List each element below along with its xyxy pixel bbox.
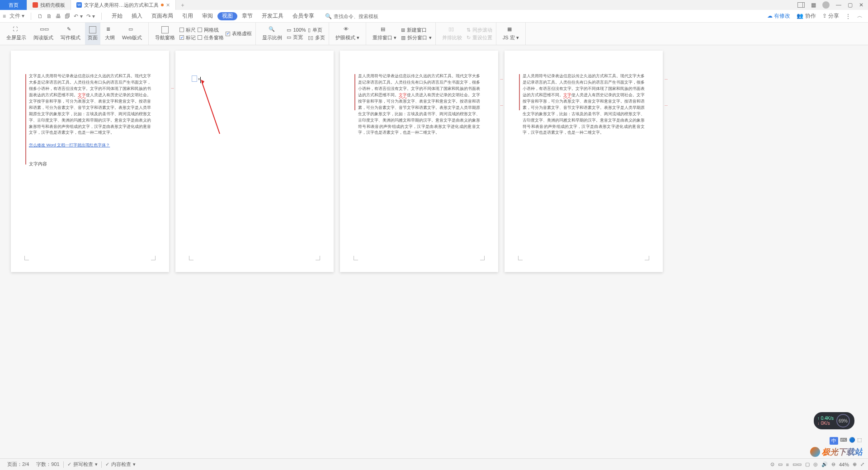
chk-mark[interactable]: ✔标记 [179, 34, 196, 41]
write-mode-button[interactable]: ✎写作模式 [58, 23, 83, 45]
fullscreen-button[interactable]: ⛶全屏显示 [4, 23, 29, 45]
zoom-value[interactable]: 44% [839, 462, 849, 467]
close-window-button[interactable]: ✕ [859, 2, 863, 8]
chk-tablebox[interactable]: ✔表格虚框 [226, 30, 252, 37]
navpane-icon [161, 26, 169, 33]
page1-label[interactable]: 文字内容 [29, 161, 151, 167]
maximize-button[interactable]: ▢ [848, 2, 853, 8]
print-preview-icon[interactable]: 🗐 [65, 13, 70, 19]
single-page-button[interactable]: ▯单页 [308, 27, 325, 33]
target-icon[interactable]: ◎ [813, 461, 818, 467]
ime-icon2[interactable]: 🔵 [849, 437, 855, 445]
page-2[interactable]: ▾ [175, 51, 334, 272]
chevron-up-icon[interactable]: ︿ [857, 12, 863, 20]
chk-grid[interactable]: 网格线 [198, 27, 224, 33]
view-focus-icon[interactable]: ⊙ [770, 461, 774, 467]
view-read-icon[interactable]: ▭▭ [793, 461, 802, 467]
chk-ruler[interactable]: 标尺 [179, 27, 196, 33]
ime-tray[interactable]: 中 ⌨ 🔵 ⬚ [830, 437, 862, 445]
menu-chapter[interactable]: 章节 [237, 10, 257, 22]
collab-button[interactable]: 👥 协作 [797, 12, 816, 20]
page1-paragraph[interactable]: 文字是人类用符号记录表达信息以传之久远的方式和工具。现代文字大多是记录语言的工具… [29, 73, 151, 136]
status-page[interactable]: 页面：2/4 [4, 461, 33, 468]
page-layout-button[interactable]: 页面 [85, 23, 100, 45]
zoom-100-button[interactable]: ▭100% [287, 27, 306, 33]
outline-button[interactable]: ≣大纲 [102, 23, 118, 45]
corner-icon [480, 256, 485, 260]
page-3[interactable]: 是人类用符号记录表达信息以传之久远的方式和工具。现代文字大多是记录语言的工具。人… [340, 51, 498, 272]
js-macro-button[interactable]: ▦JS 宏 ▾ [500, 23, 522, 45]
menu-insert[interactable]: 插入 [127, 10, 147, 22]
view-web-icon[interactable]: ▢ [805, 461, 810, 467]
ime-icon3[interactable]: ⬚ [857, 437, 862, 445]
add-tab-button[interactable]: ＋ [176, 0, 189, 10]
share-button[interactable]: ⇪ 分享 [822, 12, 839, 20]
corner-icon [189, 256, 193, 260]
file-menu[interactable]: 文件 ▾ [9, 12, 24, 20]
ime-icon[interactable]: ⌨ [840, 437, 847, 445]
redo-button[interactable]: ↷ ▾ [86, 13, 95, 19]
menu-member[interactable]: 会员专享 [288, 10, 319, 22]
chk-taskpane[interactable]: 任务窗格 [198, 34, 224, 41]
command-search[interactable]: 🔍 [325, 13, 388, 19]
new-window-button[interactable]: ⊞新建窗口 [401, 27, 432, 33]
page-4[interactable]: 是人类用符号记录表达信息以传之久远的方式和工具。现代文字大多是记录语言的工具。人… [505, 51, 663, 272]
view-outline-icon[interactable]: ≡ [786, 462, 789, 467]
print-icon[interactable]: 🖶 [56, 13, 61, 19]
page-width-button[interactable]: ▭页宽 [287, 34, 306, 41]
menu-view[interactable]: 视图 [217, 12, 237, 20]
ime-lang-badge[interactable]: 中 [830, 437, 838, 445]
zoom-out-button[interactable]: ⊖ [831, 461, 835, 467]
rearrange-button[interactable]: ▤重排窗口 ▾ [370, 23, 399, 45]
menu-reference[interactable]: 引用 [178, 10, 198, 22]
tab-document[interactable]: W 文字是人类用符…远的方式和工具 ✕ [71, 0, 176, 10]
tab-template[interactable]: 找稻壳模板 [27, 0, 71, 10]
template-icon [33, 2, 38, 8]
status-words[interactable]: 字数：901 [33, 461, 63, 468]
brand-logo-icon [810, 447, 820, 457]
document-canvas[interactable]: 文字是人类用符号记录表达信息以传之久远的方式和工具。现代文字大多是记录语言的工具… [0, 45, 868, 458]
close-icon[interactable]: ✕ [166, 2, 170, 8]
fit-icon[interactable]: ⤢ [860, 461, 864, 467]
menu-devtools[interactable]: 开发工具 [257, 10, 288, 22]
has-changes-button[interactable]: ☁ 有修改 [767, 12, 790, 20]
save-icon[interactable]: 🗋 [38, 13, 43, 19]
net-speed-widget[interactable]: ↑ 0.4K/s ↓ 0K/s 69% [814, 412, 854, 429]
svg-marker-1 [201, 80, 204, 84]
page-1[interactable]: 文字是人类用符号记录表达信息以传之久远的方式和工具。现代文字大多是记录语言的工具… [11, 51, 169, 272]
menu-pagelayout[interactable]: 页面布局 [147, 10, 178, 22]
hamburger-icon[interactable]: ≡ [3, 13, 6, 19]
zoom-button[interactable]: 🔍显示比例 [259, 23, 285, 45]
web-layout-button[interactable]: ▭Web版式 [119, 23, 145, 45]
status-contentcheck[interactable]: ✓ 内容检查 ▾ [102, 461, 139, 468]
page1-link[interactable]: 怎么修改 Word 文档一打字就出现红色字体？ [29, 142, 151, 148]
page3-paragraph[interactable]: 是人类用符号记录表达信息以传之久远的方式和工具。现代文字大多是记录语言的工具。人… [358, 73, 480, 136]
menubar: ≡ 文件 ▾ 🗋 🗎 🖶 🗐 ↶ ▾ ↷ ▾ 开始 插入 页面布局 引用 审阅 … [0, 10, 868, 23]
rearrange-icon: ▤ [381, 26, 388, 33]
layout-icon[interactable] [797, 2, 805, 8]
minimize-button[interactable]: — [836, 2, 841, 8]
view-page-icon[interactable]: ▭ [778, 461, 783, 467]
multi-page-button[interactable]: ▯▯多页 [308, 34, 325, 41]
status-spellcheck[interactable]: ✓ 拼写检查 ▾ [64, 461, 101, 468]
eye-protect-button[interactable]: 👁护眼模式 ▾ [333, 23, 362, 45]
save-as-icon[interactable]: 🗎 [47, 13, 52, 19]
more-icon[interactable]: ⋮ [845, 13, 851, 19]
speaker-icon[interactable]: 🔊 [821, 461, 828, 467]
grid-icon[interactable]: ▦ [811, 2, 816, 8]
pen-icon: ✎ [67, 26, 74, 33]
tab-home[interactable]: 首页 [0, 0, 27, 10]
command-search-input[interactable] [334, 14, 388, 19]
read-layout-button[interactable]: ▭▭阅读版式 [31, 23, 56, 45]
download-speed: ↓ 0K/s [817, 421, 834, 426]
split-window-button[interactable]: ▥拆分窗口 ▾ [401, 34, 432, 41]
zoom-in-button[interactable]: ⊕ [853, 461, 857, 467]
nav-pane-button[interactable]: 导航窗格 [152, 23, 178, 45]
sync-scroll-button: ⇅同步滚动 [467, 27, 492, 33]
menu-start[interactable]: 开始 [107, 10, 127, 22]
user-icon[interactable] [822, 1, 830, 9]
page4-paragraph[interactable]: 是人类用符号记录表达信息以传之久远的方式和工具。现代文字大多是记录语言的工具。人… [523, 73, 645, 136]
menu-review[interactable]: 审阅 [198, 10, 217, 22]
undo-button[interactable]: ↶ ▾ [74, 13, 82, 19]
rev-mark-icon: ⋯ [665, 104, 670, 107]
